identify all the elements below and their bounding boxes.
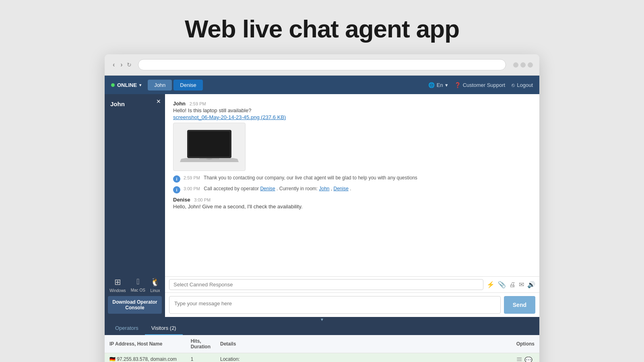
info-icon-2: i <box>173 186 180 193</box>
system-msg-2: i 3:00 PM Call accepted by operator Deni… <box>173 186 531 193</box>
cell-details: Location: Referrer: https://admin.domain… <box>215 353 512 362</box>
cell-ip: 🇩🇪 97.255.83.578, domain.com Germany, Ba… <box>105 353 186 362</box>
logout-button[interactable]: ⎋ Logout <box>512 82 533 88</box>
apple-icon:  <box>136 277 139 286</box>
visitors-table-wrap: IP Address, Host Name Hits,Duration Deta… <box>105 335 539 362</box>
message-denise: Denise 3:00 PM Hello, John! Give me a se… <box>173 197 531 210</box>
logout-icon: ⎋ <box>512 82 515 88</box>
sys-msg-text-1: Thank you to contacting our company, our… <box>204 175 417 181</box>
canned-response-select[interactable]: Select Canned Response <box>169 279 483 290</box>
browser-nav: ‹ › ↻ <box>111 60 132 69</box>
address-bar[interactable] <box>138 59 506 70</box>
tab-denise[interactable]: Denise <box>173 80 202 90</box>
canned-icons: ⚡ 📎 🖨 ✉ 🔊 <box>487 281 535 288</box>
windows-icon: ⊞ <box>114 277 121 287</box>
svg-point-3 <box>206 158 213 160</box>
download-operator-console-button[interactable]: Download Operator Console <box>108 296 162 314</box>
message-input-area: Send <box>165 292 539 317</box>
sys-time-2: 3:00 PM <box>184 186 200 191</box>
macos-label: Mac OS <box>131 288 145 292</box>
cell-hits: 1 0:04:30 <box>186 353 215 362</box>
windows-label: Windows <box>109 288 126 293</box>
resize-handle-icon[interactable]: ▼ <box>320 317 324 322</box>
visitors-table: IP Address, Host Name Hits,Duration Deta… <box>105 335 539 362</box>
msg-time-denise: 3:00 PM <box>194 197 211 202</box>
system-text-2: 3:00 PM Call accepted by operator Denise… <box>184 186 351 191</box>
laptop-svg <box>179 127 239 167</box>
globe-icon: 🌐 <box>428 82 435 88</box>
msg-time-john: 2:59 PM <box>190 101 206 106</box>
message-input[interactable] <box>169 296 501 314</box>
list-icon[interactable]: ☰ <box>516 356 522 362</box>
hits-count: 1 <box>191 356 211 362</box>
browser-controls <box>513 62 533 68</box>
send-button[interactable]: Send <box>504 296 535 314</box>
chat-icon[interactable]: 💬 <box>524 356 533 362</box>
linux-icon: 🐧 <box>150 277 160 287</box>
canned-bar: Select Canned Response ⚡ 📎 🖨 ✉ 🔊 <box>165 276 539 292</box>
message-john: John 2:59 PM Hello! Is this laptop still… <box>173 101 531 171</box>
language-selector[interactable]: 🌐 En ▾ <box>428 82 448 88</box>
attachment-link[interactable]: screenshot_06-May-20-14-23-45.png (237.6… <box>173 114 531 120</box>
browser-dot-1 <box>513 62 518 68</box>
col-ip: IP Address, Host Name <box>105 335 186 353</box>
sidebar: ✕ John ⊞ Windows  Mac OS 🐧 Linux <box>105 94 165 317</box>
back-button[interactable]: ‹ <box>111 60 116 69</box>
browser-dot-2 <box>520 62 526 68</box>
browser-chrome: ‹ › ↻ <box>105 54 539 76</box>
chat-area: John 2:59 PM Hello! Is this laptop still… <box>165 94 539 317</box>
status-dot <box>111 83 115 87</box>
help-icon: ❓ <box>454 82 461 88</box>
col-hits: Hits,Duration <box>186 335 215 353</box>
operator-denise-link[interactable]: Denise <box>260 186 275 191</box>
header-right: 🌐 En ▾ ❓ Customer Support ⎋ Logout <box>428 82 533 88</box>
app-header: ONLINE ▾ John Denise 🌐 En ▾ ❓ Customer S… <box>105 76 539 94</box>
tab-john[interactable]: John <box>148 80 172 90</box>
period-text: . <box>350 186 351 191</box>
table-row: 🇩🇪 97.255.83.578, domain.com Germany, Ba… <box>105 353 539 362</box>
forward-button[interactable]: › <box>119 60 124 69</box>
windows-icon-item: ⊞ Windows <box>109 277 126 293</box>
browser-dot-3 <box>528 62 533 68</box>
logout-label: Logout <box>517 82 533 88</box>
print-icon[interactable]: 🖨 <box>509 281 516 288</box>
online-status[interactable]: ONLINE ▾ <box>111 82 141 88</box>
lang-chevron: ▾ <box>445 82 448 88</box>
comma-text: , <box>331 186 334 191</box>
tab-visitors[interactable]: Visitors (2) <box>145 322 183 335</box>
system-msg-1: i 2:59 PM Thank you to contacting our co… <box>173 175 531 183</box>
options-icons: ☰ 💬 <box>516 356 535 362</box>
language-label: En <box>437 82 443 88</box>
visitors-tabs: Operators Visitors (2) <box>105 322 539 335</box>
msg-text-john: Hello! Is this laptop still available? <box>173 107 531 113</box>
tab-operators[interactable]: Operators <box>109 322 145 335</box>
customer-support-link[interactable]: ❓ Customer Support <box>454 82 506 88</box>
room-denise-link[interactable]: Denise <box>334 186 349 191</box>
attachment-icon[interactable]: 📎 <box>498 281 506 288</box>
close-icon[interactable]: ✕ <box>156 98 161 105</box>
chat-messages: John 2:59 PM Hello! Is this laptop still… <box>165 94 539 276</box>
status-label: ONLINE <box>117 82 137 88</box>
msg-text-denise: Hello, John! Give me a second, I'll chec… <box>173 204 531 210</box>
refresh-button[interactable]: ↻ <box>127 62 132 68</box>
lightning-icon[interactable]: ⚡ <box>487 281 495 288</box>
resize-handle-bar: ▼ <box>105 317 539 322</box>
sys-time-1: 2:59 PM <box>184 175 200 180</box>
room-john-link[interactable]: John <box>319 186 329 191</box>
flag-icon: 🇩🇪 <box>109 356 116 362</box>
page-title: Web live chat agent app <box>0 0 644 54</box>
browser-window: ‹ › ↻ ONLINE ▾ John Denise 🌐 En ▾ <box>105 54 539 362</box>
email-icon[interactable]: ✉ <box>519 281 524 288</box>
detail-location-label: Location: <box>220 356 240 362</box>
system-text-1: 2:59 PM Thank you to contacting our comp… <box>184 175 417 181</box>
cell-options: ☰ 💬 <box>512 353 539 362</box>
support-label: Customer Support <box>463 82 506 88</box>
col-options: Options <box>512 335 539 353</box>
sound-icon[interactable]: 🔊 <box>527 281 535 288</box>
app-body: ✕ John ⊞ Windows  Mac OS 🐧 Linux <box>105 94 539 317</box>
macos-icon-item:  Mac OS <box>131 277 145 293</box>
status-chevron: ▾ <box>139 83 141 87</box>
ip-address: 97.255.83.578, domain.com <box>117 356 177 362</box>
call-accepted-text: Call accepted by operator <box>204 186 260 191</box>
header-tabs: John Denise <box>148 80 203 90</box>
